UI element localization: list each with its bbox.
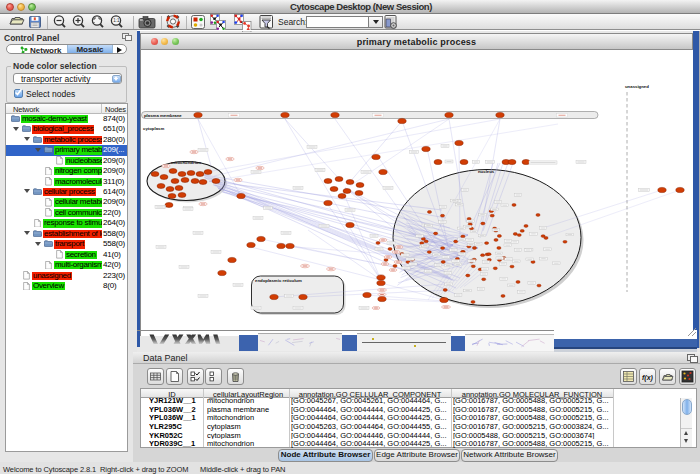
svg-text:mitochondrion: mitochondrion [171, 160, 201, 165]
svg-text:unassigned: unassigned [625, 84, 649, 89]
svg-text:f(x): f(x) [642, 374, 654, 382]
svg-text:cytoplasm: cytoplasm [143, 126, 164, 131]
svg-text:endoplasmic reticulum: endoplasmic reticulum [255, 278, 302, 283]
svg-text:plasma membrane: plasma membrane [144, 113, 182, 118]
svg-text:1:1: 1:1 [113, 18, 120, 23]
svg-text:nucleus: nucleus [478, 169, 495, 174]
